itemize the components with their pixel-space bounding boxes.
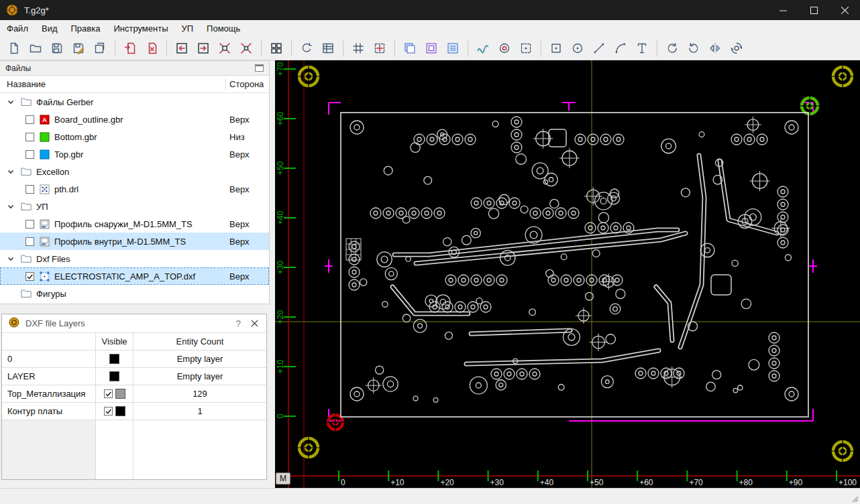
layer-color-swatch[interactable] — [115, 389, 125, 399]
import-gerber-icon[interactable] — [120, 38, 140, 58]
svg-text:+20: +20 — [276, 310, 285, 324]
layers-inner-icon[interactable] — [421, 38, 441, 58]
minimize-icon[interactable] — [767, 0, 798, 20]
resize-grip[interactable] — [849, 493, 859, 503]
fit-frame-icon[interactable] — [370, 38, 390, 58]
chevron-down-icon[interactable] — [5, 204, 16, 209]
shift-left-icon[interactable] — [172, 38, 192, 58]
snap-grid-icon[interactable] — [348, 38, 368, 58]
checkbox-unchecked[interactable] — [25, 150, 34, 159]
units-button[interactable]: M — [276, 472, 290, 485]
new-file-icon[interactable] — [4, 38, 24, 58]
checkbox-unchecked[interactable] — [25, 115, 34, 124]
shift-right-icon[interactable] — [193, 38, 213, 58]
draw-arc-icon[interactable] — [610, 38, 631, 58]
dxf-header-entity: Entity Count — [133, 333, 266, 351]
svg-text:+50: +50 — [590, 478, 604, 487]
menu-edit[interactable]: Правка — [64, 21, 107, 36]
frame-target-icon[interactable] — [516, 38, 536, 58]
tree-file-row[interactable]: Профиль снаружи_M-D1.5MM_TSВерх — [0, 215, 269, 233]
rotate-left-icon[interactable] — [662, 38, 682, 58]
save-icon[interactable] — [47, 38, 67, 58]
side-value: Верх — [229, 115, 250, 125]
svg-text:+70: +70 — [276, 62, 285, 76]
folder-icon — [21, 253, 32, 264]
tree-file-row[interactable]: Профиль внутри_M-D1.5MM_TSВерх — [0, 233, 269, 250]
empty-cell — [2, 420, 96, 479]
checkbox-checked[interactable] — [104, 389, 113, 398]
tree-folder-row[interactable]: Excellon — [0, 163, 269, 180]
help-icon[interactable]: ? — [233, 318, 244, 329]
empty-cell — [133, 420, 266, 479]
menu-tools[interactable]: Инструменты — [107, 21, 174, 36]
checkbox-unchecked[interactable] — [25, 185, 34, 194]
donut-pad-icon[interactable] — [494, 38, 515, 58]
dxf-layer-row[interactable]: LAYEREmpty layer — [2, 368, 266, 385]
dxf-file-icon — [39, 271, 50, 281]
menu-view[interactable]: Вид — [35, 21, 64, 36]
tree-item-label: Профиль внутри_M-D1.5MM_TS — [54, 237, 186, 247]
svg-text:+30: +30 — [490, 478, 504, 487]
curve-tool-icon[interactable] — [473, 38, 493, 58]
tree-file-row[interactable]: pth.drlВерх — [0, 180, 269, 198]
gerber-red-file-icon: A — [39, 114, 50, 125]
rotate-ccw-icon[interactable] — [297, 38, 317, 58]
spin-tool-icon[interactable] — [727, 38, 747, 58]
checkbox-unchecked[interactable] — [25, 237, 34, 246]
checkbox-unchecked[interactable] — [25, 133, 34, 141]
checkbox-checked[interactable] — [25, 272, 34, 281]
rotate-right-icon[interactable] — [684, 38, 704, 58]
layer-color-swatch[interactable] — [115, 406, 125, 416]
svg-text:+10: +10 — [390, 478, 405, 487]
panel-float-icon[interactable] — [255, 64, 264, 72]
layers-list-icon[interactable] — [443, 38, 463, 58]
chevron-down-icon[interactable] — [5, 257, 16, 261]
dxf-header-name — [2, 333, 96, 351]
layer-color-swatch[interactable] — [109, 371, 119, 381]
dxf-layer-row[interactable]: 0Empty layer — [2, 351, 266, 368]
toolbar-separator — [291, 40, 292, 56]
expand-extents-icon[interactable] — [236, 38, 256, 58]
tree-folder-row[interactable]: УП — [0, 198, 269, 215]
panelize-icon[interactable] — [266, 38, 286, 58]
layers-top-icon[interactable] — [400, 38, 420, 58]
tree-file-row[interactable]: Top.gbrВерх — [0, 145, 269, 163]
close-panel-icon[interactable] — [250, 320, 260, 327]
job-table-icon[interactable] — [318, 38, 338, 58]
draw-line-icon[interactable] — [589, 38, 609, 58]
chevron-down-icon[interactable] — [5, 100, 16, 105]
save-all-icon[interactable] — [90, 38, 110, 58]
layer-color-swatch[interactable] — [109, 354, 119, 364]
menu-help[interactable]: Помощь — [200, 21, 247, 36]
save-edit-icon[interactable] — [68, 38, 89, 58]
tree-folder-row[interactable]: Dxf Files — [0, 250, 269, 267]
chevron-down-icon[interactable] — [5, 170, 16, 174]
tree-file-row[interactable]: ELECTROSTATIC_AMP_A_TOP.dxfВерх — [0, 267, 269, 285]
close-icon[interactable] — [829, 0, 860, 20]
draw-circle-icon[interactable] — [568, 38, 588, 58]
open-folder-icon[interactable] — [25, 38, 46, 58]
maximize-icon[interactable] — [798, 0, 829, 20]
close-file-icon[interactable] — [142, 38, 162, 58]
tree-file-row[interactable]: ABoard_outline.gbrВерх — [0, 111, 269, 128]
window-controls — [767, 0, 860, 20]
shrink-extents-icon[interactable] — [215, 38, 235, 58]
pcb-canvas[interactable]: +70+60+50+40+30+20+1000+10+20+30+40+50+6… — [275, 60, 860, 488]
menu-file[interactable]: Файл — [0, 21, 35, 36]
checkbox-unchecked[interactable] — [25, 220, 34, 229]
side-value: Верх — [229, 219, 250, 229]
draw-text-icon[interactable] — [632, 38, 652, 58]
dxf-layer-row[interactable]: Контур платы1 — [2, 403, 266, 420]
dxf-layer-entity-count: 1 — [133, 403, 266, 420]
dxf-layers-table: VisibleEntity Count0Empty layerLAYEREmpt… — [2, 333, 266, 479]
dxf-layer-row[interactable]: Top_Металлизация129 — [2, 385, 266, 403]
window-title: T.g2g* — [24, 5, 49, 15]
menu-cam[interactable]: УП — [174, 21, 200, 36]
checkbox-checked[interactable] — [104, 407, 113, 416]
tree-file-row[interactable]: Bottom.gbrНиз — [0, 128, 269, 145]
tree-folder-row[interactable]: Файлы Gerber — [0, 93, 269, 111]
draw-pad-icon[interactable] — [546, 38, 566, 58]
svg-text:+30: +30 — [276, 260, 285, 274]
tree-folder-row[interactable]: Фигуры — [0, 285, 269, 302]
mirror-horizontal-icon[interactable] — [705, 38, 725, 58]
